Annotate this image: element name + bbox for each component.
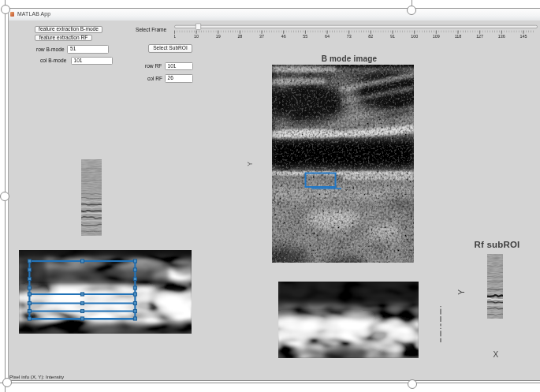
svg-text:10: 10 [194, 34, 199, 39]
svg-text:46: 46 [281, 34, 286, 39]
svg-text:118: 118 [455, 34, 462, 39]
svg-text:82: 82 [368, 34, 373, 39]
svg-text:136: 136 [498, 34, 505, 39]
svg-text:37: 37 [259, 34, 264, 39]
svg-text:64: 64 [325, 34, 330, 39]
svg-text:73: 73 [347, 34, 352, 39]
svg-text:145: 145 [520, 34, 527, 39]
svg-text:55: 55 [303, 34, 307, 39]
svg-text:100: 100 [411, 34, 418, 39]
svg-text:127: 127 [476, 34, 483, 39]
svg-text:28: 28 [237, 34, 242, 39]
svg-text:19: 19 [216, 34, 221, 39]
svg-text:109: 109 [433, 34, 440, 39]
svg-text:91: 91 [390, 34, 395, 39]
svg-text:1: 1 [174, 34, 176, 39]
